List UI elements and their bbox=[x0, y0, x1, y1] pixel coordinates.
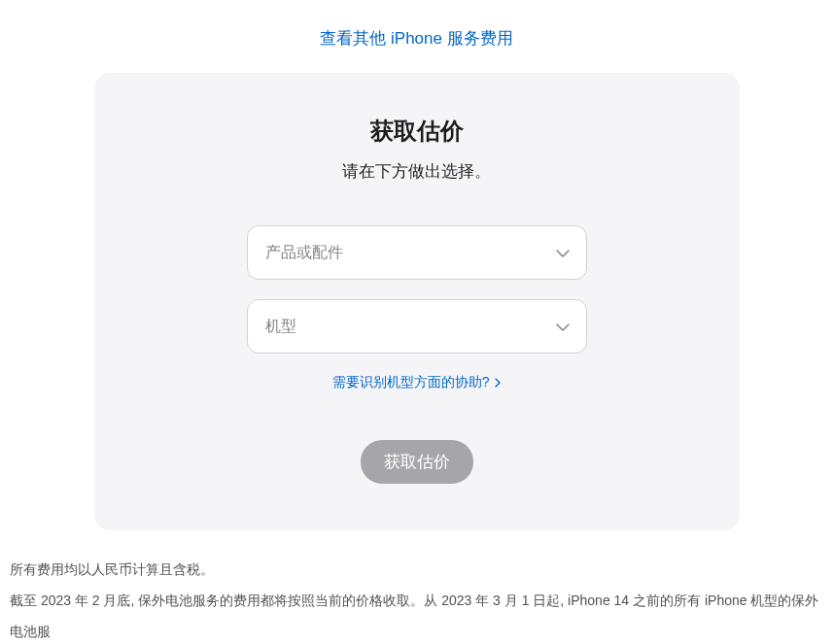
identify-model-help-link[interactable]: 需要识别机型方面的协助? bbox=[332, 374, 502, 390]
card-title: 获取估价 bbox=[133, 116, 701, 147]
chevron-right-icon bbox=[495, 375, 501, 390]
footer-note-price-change: 截至 2023 年 2 月底, 保外电池服务的费用都将按照当前的价格收取。从 2… bbox=[10, 585, 823, 644]
model-select-wrapper: 机型 bbox=[247, 299, 587, 354]
product-select[interactable]: 产品或配件 bbox=[247, 225, 587, 280]
note2-part1: 截至 2023 年 2 月底, 保外电池服务的费用都将按照当前的价格收取。从 2… bbox=[10, 593, 818, 639]
model-select[interactable]: 机型 bbox=[247, 299, 587, 354]
footer-notes: 所有费用均以人民币计算且含税。 截至 2023 年 2 月底, 保外电池服务的费… bbox=[0, 554, 833, 644]
help-link-container: 需要识别机型方面的协助? bbox=[133, 373, 701, 391]
footer-note-currency: 所有费用均以人民币计算且含税。 bbox=[10, 554, 823, 585]
get-estimate-button[interactable]: 获取估价 bbox=[361, 440, 473, 484]
top-link-container: 查看其他 iPhone 服务费用 bbox=[0, 0, 833, 69]
product-select-placeholder: 产品或配件 bbox=[265, 243, 343, 263]
card-subtitle: 请在下方做出选择。 bbox=[133, 160, 701, 183]
estimate-card: 获取估价 请在下方做出选择。 产品或配件 机型 需要识别机型方面的协助? bbox=[94, 73, 740, 530]
other-services-link[interactable]: 查看其他 iPhone 服务费用 bbox=[320, 29, 512, 48]
product-select-wrapper: 产品或配件 bbox=[247, 225, 587, 280]
model-select-placeholder: 机型 bbox=[265, 317, 296, 337]
help-link-text: 需要识别机型方面的协助? bbox=[332, 374, 490, 390]
